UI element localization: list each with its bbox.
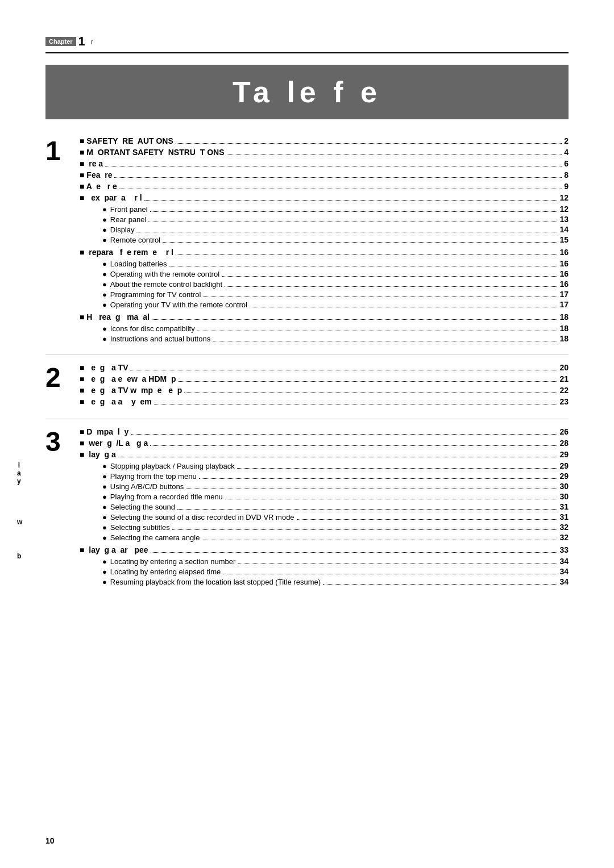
entry-label: ■ re a [80, 159, 103, 168]
toc-page: 13 [559, 215, 569, 224]
toc-dots [177, 509, 557, 510]
entry-label: Front panel [110, 205, 148, 214]
toc-sub-entry: ● Operating with the remote control 16 [80, 269, 569, 278]
side-label-y: y [17, 477, 21, 485]
chapter-section-1: 1 ■ SAFETY RE AUT ONS 2 ■ M ORTANT SAFET… [45, 136, 569, 344]
bullet: ● [102, 270, 107, 278]
entry-label: Using A/B/C/D buttons [110, 482, 184, 491]
header-subtitle: r [91, 37, 94, 46]
bullet: ● [102, 280, 107, 289]
toc-sub-entry: ● Operating your TV with the remote cont… [80, 300, 569, 309]
entry-label: Locating by entering elapsed time [110, 567, 221, 576]
toc-sub-entry: ● Loading batteries 16 [80, 259, 569, 268]
bullet: ● [102, 567, 107, 576]
side-label-l: l [18, 461, 20, 469]
side-label-b: b [17, 552, 21, 560]
toc-dots [197, 331, 558, 331]
entry-label: Stopping playback / Pausing playback [110, 462, 235, 470]
toc-dots [130, 370, 557, 370]
toc-sub-entry: ● Selecting the camera angle 32 [80, 533, 569, 542]
toc-dots [118, 457, 558, 457]
entry-label: Locating by entering a section number [110, 557, 235, 566]
toc-page: 12 [559, 193, 569, 202]
entry-label: Programming for TV control [110, 290, 201, 299]
toc-dots [131, 434, 557, 435]
toc-dots [179, 381, 558, 382]
chapter-num-3: 3 [45, 428, 80, 587]
entry-label: ■ SAFETY RE AUT ONS [80, 136, 173, 145]
toc-page: 30 [559, 492, 569, 501]
entry-label: ■ M ORTANT SAFETY NSTRU T ONS [80, 148, 225, 157]
entry-label: ■ lay g a [80, 450, 116, 459]
entry-label: Rear panel [110, 215, 147, 224]
toc-dots [202, 540, 557, 540]
title-banner: Ta le f e [45, 65, 569, 119]
toc-entry: ■ repara f e rem e r l 16 [80, 248, 569, 257]
bullet: ● [102, 226, 107, 234]
toc-entry: ■ M ORTANT SAFETY NSTRU T ONS 4 [80, 148, 569, 157]
toc-sub-entry: ● Playing from a recorded title menu 30 [80, 492, 569, 501]
header-bar: Chapter 1 r [45, 34, 569, 53]
toc-entry: ■ H rea g ma al 18 [80, 312, 569, 322]
toc-page: 16 [559, 259, 569, 268]
entry-label: ■ H rea g ma al [80, 312, 150, 322]
toc-page: 18 [559, 312, 569, 322]
toc-entry: ■ lay g a ar pee 33 [80, 545, 569, 554]
entry-label: Operating with the remote control [110, 270, 219, 278]
toc-page: 2 [564, 136, 569, 145]
toc-page: 29 [559, 471, 569, 481]
toc-entry: ■ e g a TV 20 [80, 363, 569, 372]
toc-sub-entry: ● Locating by entering a section number … [80, 557, 569, 566]
page-number: 10 [45, 836, 55, 845]
toc-sub-entry: ● Selecting subtitles 32 [80, 523, 569, 532]
entry-label: ■ e g a a y em [80, 397, 152, 406]
toc-page: 18 [559, 334, 569, 343]
toc-page: 6 [564, 159, 569, 168]
toc-sub-entry: ● Playing from the top menu 29 [80, 471, 569, 481]
entry-label: Playing from the top menu [110, 472, 197, 481]
toc-sub-entry: ● Selecting the sound of a disc recorded… [80, 512, 569, 521]
toc-dots [172, 529, 558, 530]
toc-dots [150, 445, 557, 446]
chapter-content-1: ■ SAFETY RE AUT ONS 2 ■ M ORTANT SAFETY … [80, 136, 569, 344]
bullet: ● [102, 513, 107, 521]
toc-page: 15 [559, 235, 569, 244]
entry-label: ■ Fea re [80, 170, 112, 180]
toc-dots [184, 393, 557, 393]
entry-label: Selecting the camera angle [110, 533, 200, 542]
toc-page: 34 [559, 577, 569, 586]
toc-dots [144, 200, 558, 201]
toc-sub-entry: ● Resuming playback from the location la… [80, 577, 569, 586]
toc-dots [176, 254, 558, 255]
toc-sub-entry: ● Programming for TV control 17 [80, 290, 569, 299]
toc-page: 32 [559, 523, 569, 532]
toc-dots [250, 307, 557, 307]
toc-entry: ■ Fea re 8 [80, 170, 569, 180]
toc-dots [176, 143, 562, 144]
toc-sub-entry: ● About the remote control backlight 16 [80, 279, 569, 289]
entry-label: Display [110, 226, 135, 234]
toc-page: 28 [559, 439, 569, 448]
bullet: ● [102, 324, 107, 333]
entry-label: Selecting the sound [110, 503, 175, 511]
toc-dots [136, 232, 557, 232]
toc-page: 30 [559, 482, 569, 491]
toc-dots [199, 478, 558, 479]
toc-page: 16 [559, 269, 569, 278]
toc-page: 18 [559, 324, 569, 333]
bullet: ● [102, 557, 107, 566]
toc-entry: ■ e g a TV w mp e e p 22 [80, 386, 569, 395]
toc-page: 16 [559, 248, 569, 257]
toc-page: 12 [559, 205, 569, 214]
toc-page: 31 [559, 512, 569, 521]
toc-sub-entry: ● Using A/B/C/D buttons 30 [80, 482, 569, 491]
toc-entry: ■ SAFETY RE AUT ONS 2 [80, 136, 569, 145]
toc-dots [163, 242, 557, 243]
toc-page: 8 [564, 170, 569, 180]
entry-label: About the remote control backlight [110, 280, 222, 289]
bullet: ● [102, 301, 107, 309]
toc-dots [148, 222, 557, 222]
page: Chapter 1 r Ta le f e 1 ■ SAFETY RE AUT … [0, 0, 614, 868]
toc-page: 9 [564, 182, 569, 191]
toc-page: 4 [564, 148, 569, 157]
